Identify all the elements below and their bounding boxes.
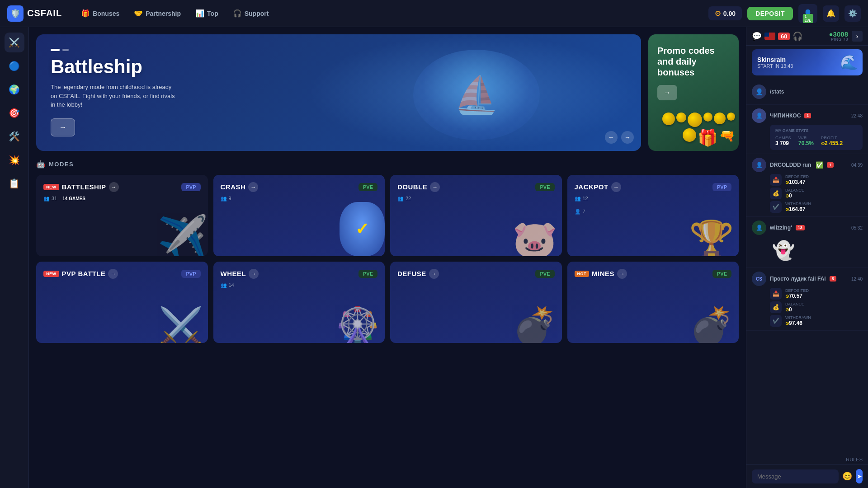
game-card-wheel[interactable]: WHEEL → PVE 👥 14 🎡	[213, 262, 385, 343]
sidebar-item-3[interactable]: 🎯	[5, 103, 24, 123]
fin-row-withdrawn-4: ✔️ WITHDRAWN ⊙97.46	[770, 315, 863, 327]
crash-name: CRASH	[221, 183, 246, 191]
headset-icon[interactable]: 🎧	[793, 31, 802, 41]
hero-banner-battleship[interactable]: Battleship The legendary mode from child…	[36, 34, 641, 151]
jackpot-name-row: JACKPOT →	[575, 182, 621, 192]
sidebar-item-1[interactable]: 🔵	[5, 56, 24, 76]
crash-arrow: →	[248, 182, 258, 192]
language-flag[interactable]	[764, 33, 775, 40]
crash-name-row: CRASH →	[221, 182, 259, 192]
balance-display: ⊙ 0.00	[708, 6, 742, 20]
game-card-mines[interactable]: HOT MINES → PVE 💣	[567, 262, 739, 343]
nav-top[interactable]: 📊 Top	[189, 6, 225, 20]
fin-balance-2: BALANCE ⊙0	[785, 188, 804, 199]
battleship-players: 👥 31 14 GAMES	[43, 196, 201, 202]
fin-row-withdrawn-2: ✔️ WITHDRAWN ⊙164.67	[770, 201, 863, 213]
hero-art: ⛵	[325, 39, 627, 151]
chat-user-row-3: 👤 wiizzing' 13 05:32	[752, 221, 863, 235]
emoji-button[interactable]: 😊	[842, 471, 852, 481]
hero-nav-buttons: ← →	[605, 131, 634, 144]
chat-entry-3: 👤 wiizzing' 13 05:32 👻	[746, 217, 868, 268]
ship-visual: ⛵	[413, 50, 540, 140]
nav-support-label: Support	[245, 10, 269, 17]
hero-promo-banner[interactable]: Promo codes and daily bonuses → 🎁 🔫	[648, 34, 739, 151]
balance-icon-4: 💰	[770, 301, 782, 313]
wheel-player-count: 14	[229, 282, 234, 288]
chat-avatar-1: 👤	[752, 108, 766, 123]
game-card-defuse[interactable]: DEFUSE → PVE 💣	[390, 262, 562, 343]
fin-row-balance-4: 💰 BALANCE ⊙0	[770, 301, 863, 313]
fin-info-2: DEPOSITED ⊙103.47	[785, 174, 809, 185]
header: 🛡️ CSFAIL 🎁 Bonuses 🤝 Partnership 📊 Top …	[0, 0, 868, 27]
chat-username-1: ЧИПИНКОС	[770, 113, 801, 119]
chat-icon[interactable]: 💬	[752, 31, 762, 41]
ping-display: ●3008 PING 78	[829, 31, 848, 42]
promo-cta-button[interactable]: →	[657, 85, 677, 100]
sidebar-item-2[interactable]: 🌍	[5, 80, 24, 99]
chat-user-row-1: 👤 ЧИПИНКОС 1 22:48	[752, 108, 863, 123]
crash-player-count: 9	[229, 196, 231, 201]
fin-row-deposited-2: 📥 DEPOSITED ⊙103.47	[770, 174, 863, 186]
jackpot-art: 🏆	[636, 199, 739, 256]
pvpbattle-art: ⚔️	[105, 286, 208, 343]
fin-info-4: DEPOSITED ⊙70.57	[785, 288, 809, 299]
sidebar-item-5[interactable]: 💥	[5, 150, 24, 170]
chat-feed: 👤 /stats 👤 ЧИПИНКОС 1 22:48 MY GAME STAT…	[746, 79, 868, 455]
chat-avatar-3: 👤	[752, 221, 766, 235]
promo-coins-art: 🎁 🔫	[648, 106, 739, 151]
defuse-name-row: DEFUSE →	[397, 269, 439, 279]
hero-prev-button[interactable]: ←	[605, 131, 618, 144]
nav-partnership[interactable]: 🤝 Partnership	[127, 6, 187, 20]
nav-support[interactable]: 🎧 Support	[226, 6, 275, 20]
chat-entry-2: 👤 DRCOLDDD run ✅ 1 04:39 📥 DEPOSITED ⊙10…	[746, 154, 868, 217]
jackpot-extra-count: 7	[583, 209, 585, 214]
hero-next-button[interactable]: →	[621, 131, 634, 144]
jackpot-extra-icon: 👤	[575, 209, 581, 215]
user-avatar[interactable]: 👤 1 LVL	[798, 4, 817, 23]
crash-players-icon: 👥	[221, 196, 227, 202]
chat-time-2: 04:39	[851, 163, 863, 168]
sidebar-item-6[interactable]: 📋	[5, 174, 24, 193]
ping-value: ●3008	[829, 31, 848, 38]
skinsrain-subtitle: START IN 13:43	[757, 63, 793, 69]
double-mode: PVE	[535, 183, 554, 191]
chat-badge-2: 1	[827, 162, 834, 168]
skinsrain-banner[interactable]: Skinsrain START IN 13:43 🌊	[752, 49, 863, 75]
message-input[interactable]	[752, 469, 839, 483]
game-card-pvpbattle[interactable]: NEW PVP BATTLE → PVP ⚔️	[36, 262, 208, 343]
sidebar-item-4[interactable]: 🛠️	[5, 127, 24, 146]
hero-desc: The legendary mode from childhood is alr…	[51, 83, 177, 109]
logo-text: CSFAIL	[27, 8, 62, 19]
game-card-double[interactable]: DOUBLE → PVE 👥 22 🐷	[390, 175, 562, 256]
send-button[interactable]: ➤	[856, 469, 863, 483]
modes-section-header: 🤖 MODES	[36, 160, 739, 169]
partnership-icon: 🤝	[134, 9, 143, 18]
stat-profit: PROFIT ⊙2 455.2	[821, 136, 843, 146]
hero-cta-button[interactable]: →	[51, 118, 75, 136]
ping-label: PING 78	[831, 38, 848, 42]
game-card-jackpot[interactable]: JACKPOT → PVP 👥 12 👤 7 🏆	[567, 175, 739, 256]
wheel-name-row: WHEEL →	[221, 269, 259, 279]
chat-username-2: DRCOLDDD run	[770, 162, 811, 168]
game-card-crash[interactable]: CRASH → PVE 👥 9	[213, 175, 385, 256]
wheel-art: 🎡	[282, 286, 385, 343]
expand-button[interactable]: ›	[852, 31, 863, 42]
modes-title: MODES	[49, 161, 74, 168]
chat-time-1: 22:48	[851, 113, 863, 118]
chat-avatar-4: CS	[752, 272, 766, 286]
chat-input-row: 😊 ➤	[746, 464, 868, 488]
logo[interactable]: 🛡️ CSFAIL	[7, 5, 62, 22]
chat-username-3: wiizzing'	[770, 225, 792, 231]
promo-btn-label: →	[664, 89, 671, 97]
deposit-button[interactable]: DEPOSIT	[747, 7, 793, 20]
crash-players: 👥 9	[221, 196, 378, 202]
nav-bonuses[interactable]: 🎁 Bonuses	[75, 6, 126, 20]
fin-withdrawn-2: WITHDRAWN ⊙164.67	[785, 202, 811, 212]
notifications-button[interactable]: 🔔	[823, 5, 839, 22]
rules-link[interactable]: RULES	[746, 455, 868, 464]
settings-button[interactable]: ⚙️	[844, 5, 861, 22]
game-card-battleship[interactable]: NEW BATTLESHIP → PVP 👥 31 14 GAMES ✈️	[36, 175, 208, 256]
sidebar-item-0[interactable]: ⚔️	[5, 33, 24, 52]
hero-btn-label: →	[59, 123, 66, 131]
chat-time-4: 12:40	[851, 277, 863, 282]
